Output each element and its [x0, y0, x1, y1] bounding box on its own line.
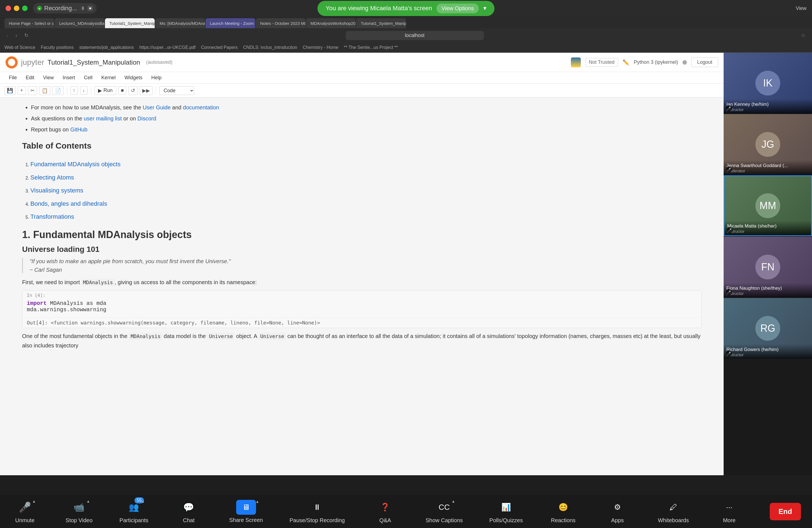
- bookmark-item[interactable]: CNDLS: inclus_introduction: [243, 45, 298, 50]
- mac-top-bar: ● Recording... ⏸ ■ You are viewing Micae…: [0, 0, 812, 17]
- more-tool[interactable]: ··· More: [715, 500, 743, 524]
- browser-tab[interactable]: MDAnalysisWorkshop2023/intro...: [306, 18, 356, 28]
- bookmark-item[interactable]: ** The Sentie...us Project **: [344, 45, 398, 50]
- interrupt-button[interactable]: ■: [118, 86, 127, 95]
- stop-video-chevron[interactable]: ▲: [86, 499, 90, 503]
- menu-widgets[interactable]: Widgets: [120, 73, 147, 83]
- browser-tab[interactable]: Tutorial1_System_Manipulation...: [356, 18, 406, 28]
- browser-tab[interactable]: Tutorial1_System_Manipulation...: [105, 18, 155, 28]
- jupyter-logo-icon: [5, 56, 18, 69]
- show-captions-tool[interactable]: CC ▲ Show Captions: [425, 500, 463, 524]
- qa-label: Q&A: [379, 517, 391, 524]
- captions-chevron[interactable]: ▲: [451, 499, 455, 503]
- share-screen-chevron[interactable]: ▲: [256, 499, 259, 504]
- unmute-icon: 🎤 ▲: [17, 500, 33, 515]
- browser-tab[interactable]: Notes - October 2023 MDA Wor...: [256, 18, 305, 28]
- browser-tab[interactable]: Lecture1_MDAnalysisBasics - J...: [55, 18, 104, 28]
- unmute-tool[interactable]: 🎤 ▲ Unmute: [11, 500, 39, 524]
- mailing-list-link[interactable]: user mailing list: [84, 115, 122, 121]
- toolbar-sep1: [67, 86, 67, 95]
- restart-button[interactable]: ↺: [128, 86, 137, 95]
- toc-link-3[interactable]: Visualising systems: [30, 187, 83, 194]
- reactions-tool[interactable]: 😊 Reactions: [549, 500, 577, 524]
- participant-tile-richard: RG Richard Gowers (he/him) Instructor 🎤: [724, 298, 812, 359]
- discord-link[interactable]: Discord: [137, 115, 156, 121]
- copy-cell-button[interactable]: 📋: [39, 86, 50, 95]
- toc-link-2[interactable]: Selecting Atoms: [30, 174, 74, 181]
- menu-cell[interactable]: Cell: [79, 73, 97, 83]
- logout-button[interactable]: Logout: [691, 57, 718, 67]
- move-up-button[interactable]: ↑: [70, 86, 78, 95]
- toc-link-1[interactable]: Fundamental MDAnalysis objects: [30, 161, 120, 167]
- user-guide-link[interactable]: User Guide: [143, 104, 171, 111]
- menu-kernel[interactable]: Kernel: [97, 73, 120, 83]
- cut-cell-button[interactable]: ✂: [28, 86, 37, 95]
- menu-file[interactable]: File: [4, 73, 21, 83]
- documentation-link[interactable]: documentation: [183, 104, 219, 111]
- polls-tool[interactable]: 📊 Polls/Quizzes: [489, 500, 523, 524]
- recording-stop-icon[interactable]: ■: [88, 6, 93, 11]
- browser-tab[interactable]: Launch Meeting - Zoom: [205, 18, 255, 28]
- kernel-status-icon: [682, 60, 687, 64]
- apps-tool[interactable]: ⚙ Apps: [604, 500, 632, 524]
- view-label[interactable]: View: [796, 5, 807, 11]
- bookmark-item[interactable]: statements/job_applications: [79, 45, 134, 50]
- polls-label: Polls/Quizzes: [489, 517, 523, 524]
- view-options-button[interactable]: View Options: [436, 4, 479, 13]
- participant-name-ian: Ian Kenney (he/him): [726, 102, 809, 107]
- zoom-notification: You are viewing Micaela Matta's screen V…: [317, 1, 494, 16]
- unmute-chevron[interactable]: ▲: [32, 499, 36, 503]
- recording-pause-icon[interactable]: ⏸: [81, 5, 85, 11]
- participant-role-micaela: Instructor: [727, 229, 808, 234]
- edit-icon[interactable]: ✏️: [623, 59, 629, 66]
- menu-view[interactable]: View: [39, 73, 58, 83]
- bookmark-item[interactable]: Connected Papers: [201, 45, 238, 50]
- save-button[interactable]: 💾: [4, 86, 15, 95]
- bookmark-button[interactable]: ☆: [799, 31, 808, 40]
- browser-tab[interactable]: Ms: [MDAnalysis/MDAnalysisWor...: [155, 18, 205, 28]
- chat-tool[interactable]: 💬 Chat: [175, 500, 202, 524]
- toc-link-4[interactable]: Bonds, angles and dihedrals: [30, 200, 107, 207]
- move-down-button[interactable]: ↓: [80, 86, 88, 95]
- menu-edit[interactable]: Edit: [21, 73, 39, 83]
- participant-avatar-micaela: MM: [755, 193, 780, 218]
- close-button[interactable]: [5, 5, 11, 11]
- end-button[interactable]: End: [770, 503, 801, 520]
- forward-button[interactable]: ›: [13, 31, 19, 40]
- whiteboards-tool[interactable]: 🖊 Whiteboards: [658, 500, 689, 524]
- address-bar[interactable]: localhost: [346, 31, 484, 40]
- bookmark-item[interactable]: Chemistry - Home: [303, 45, 338, 50]
- browser-tabs: Home Page - Select or create a...Lecture…: [0, 17, 812, 28]
- import-keyword: import: [27, 300, 47, 307]
- not-trusted-button[interactable]: Not Trusted: [585, 58, 618, 67]
- share-screen-tool[interactable]: 🖥 ▲ Share Screen: [229, 500, 263, 523]
- menu-help[interactable]: Help: [147, 73, 166, 83]
- back-button[interactable]: ‹: [4, 31, 11, 40]
- refresh-button[interactable]: ↻: [22, 31, 31, 40]
- menu-insert[interactable]: Insert: [58, 73, 79, 83]
- fullscreen-button[interactable]: [22, 5, 28, 11]
- participants-tool[interactable]: 👥 55 ▲ Participants: [120, 500, 149, 524]
- code-cell-1[interactable]: In [4]: import MDAnalysis as mda mda.war…: [22, 290, 701, 328]
- bookmark-item[interactable]: Web of Science: [4, 45, 35, 50]
- qa-tool[interactable]: ❓ Q&A: [372, 500, 399, 524]
- minimize-button[interactable]: [14, 5, 19, 11]
- restart-run-button[interactable]: ▶▶: [140, 86, 153, 95]
- github-link[interactable]: GitHub: [70, 127, 87, 133]
- share-screen-label: Share Screen: [229, 517, 263, 523]
- toc-item-3: Visualising systems: [30, 185, 701, 196]
- bookmark-item[interactable]: https://super...or-UKCGE.pdf: [139, 45, 195, 50]
- add-cell-button[interactable]: +: [18, 86, 26, 95]
- toolbar-sep2: [91, 86, 91, 95]
- stop-video-tool[interactable]: 📹 ▲ Stop Video: [65, 500, 93, 524]
- run-button[interactable]: ▶ Run: [95, 86, 116, 95]
- paste-cell-button[interactable]: 📄: [53, 86, 63, 95]
- bookmark-bar: Web of ScienceFaculty positionsstatement…: [0, 43, 812, 53]
- browser-tab[interactable]: Home Page - Select or create a...: [4, 18, 54, 28]
- participant-label-jenna: Jenna Swarthout Goddard (... Moderator: [724, 160, 812, 175]
- cell-type-select[interactable]: Code Markdown: [159, 86, 194, 95]
- participants-chevron[interactable]: ▲: [141, 499, 145, 503]
- pause-recording-tool[interactable]: ⏸ Pause/Stop Recording: [289, 500, 345, 524]
- toc-link-5[interactable]: Transformations: [30, 213, 74, 220]
- bookmark-item[interactable]: Faculty positions: [41, 45, 74, 50]
